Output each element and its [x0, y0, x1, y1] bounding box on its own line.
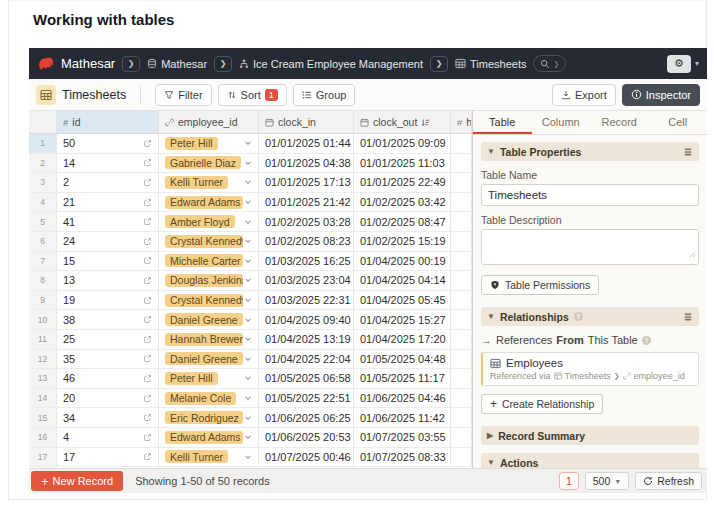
- row-number-cell[interactable]: 12: [29, 350, 57, 369]
- hours-cell[interactable]: [451, 173, 472, 192]
- record-pill[interactable]: Amber Floyd: [165, 215, 235, 228]
- record-pill[interactable]: Peter Hill: [165, 137, 218, 150]
- clock-in-cell[interactable]: 01/03/2025 23:04: [259, 271, 354, 290]
- hours-cell[interactable]: [451, 193, 472, 212]
- clock-in-cell[interactable]: 01/07/2025 00:46: [259, 448, 354, 467]
- clock-in-cell[interactable]: 01/05/2025 06:58: [259, 369, 354, 388]
- row-number-cell[interactable]: 3: [29, 173, 57, 192]
- chevron-down-icon[interactable]: [244, 296, 252, 304]
- id-cell[interactable]: 2: [57, 173, 159, 192]
- open-record-icon[interactable]: [143, 374, 152, 383]
- open-record-icon[interactable]: [143, 158, 152, 167]
- record-pill[interactable]: Douglas Jenkins: [165, 274, 243, 287]
- open-record-icon[interactable]: [143, 354, 152, 363]
- record-pill[interactable]: Michelle Carter: [165, 254, 243, 267]
- hours-cell[interactable]: [451, 389, 472, 408]
- id-cell[interactable]: 41: [57, 212, 159, 231]
- clock-in-cell[interactable]: 01/04/2025 22:04: [259, 350, 354, 369]
- clock-in-cell[interactable]: 01/01/2025 17:13: [259, 173, 354, 192]
- breadcrumb-table[interactable]: Timesheets: [455, 58, 526, 70]
- clock-out-cell[interactable]: 01/02/2025 08:47: [354, 212, 451, 231]
- hours-cell[interactable]: [451, 448, 472, 467]
- employee-cell[interactable]: Edward Adams: [159, 193, 259, 212]
- open-record-icon[interactable]: [143, 217, 152, 226]
- id-cell[interactable]: 46: [57, 369, 159, 388]
- clock-out-cell[interactable]: 01/04/2025 15:27: [354, 310, 451, 329]
- tab-cell[interactable]: Cell: [649, 111, 708, 134]
- tab-table[interactable]: Table: [473, 111, 532, 134]
- page-number[interactable]: 1: [559, 472, 579, 490]
- hours-cell[interactable]: [451, 408, 472, 427]
- row-number-cell[interactable]: 10: [29, 310, 57, 329]
- open-record-icon[interactable]: [143, 315, 152, 324]
- settings-caret-icon[interactable]: ▾: [695, 59, 699, 68]
- column-header-employee-id[interactable]: employee_id: [159, 111, 259, 133]
- record-pill[interactable]: Melanie Cole: [165, 392, 236, 405]
- row-number-cell[interactable]: 14: [29, 389, 57, 408]
- record-pill[interactable]: Eric Rodriguez: [165, 411, 243, 424]
- row-number-cell[interactable]: 5: [29, 212, 57, 231]
- row-number-cell[interactable]: 6: [29, 232, 57, 251]
- row-number-cell[interactable]: 2: [29, 154, 57, 173]
- chevron-down-icon[interactable]: [244, 218, 252, 226]
- sort-button[interactable]: Sort 1: [218, 84, 287, 106]
- breadcrumb-chevron-icon[interactable]: ❯: [122, 56, 140, 72]
- clock-in-cell[interactable]: 01/02/2025 08:23: [259, 232, 354, 251]
- open-record-icon[interactable]: [143, 198, 152, 207]
- hours-cell[interactable]: [451, 232, 472, 251]
- hours-cell[interactable]: [451, 428, 472, 447]
- row-number-cell[interactable]: 15: [29, 408, 57, 427]
- employee-cell[interactable]: Daniel Greene: [159, 310, 259, 329]
- record-pill[interactable]: Crystal Kennedy: [165, 235, 243, 248]
- clock-in-cell[interactable]: 01/04/2025 09:40: [259, 310, 354, 329]
- employee-cell[interactable]: Kelli Turner: [159, 173, 259, 192]
- breadcrumb-database[interactable]: Mathesar: [147, 58, 207, 70]
- export-button[interactable]: Export: [552, 84, 616, 106]
- chevron-down-icon[interactable]: [244, 394, 252, 402]
- section-menu-icon[interactable]: [683, 147, 693, 157]
- record-pill[interactable]: Crystal Kennedy: [165, 294, 243, 307]
- clock-out-cell[interactable]: 01/02/2025 03:42: [354, 193, 451, 212]
- employee-cell[interactable]: Douglas Jenkins: [159, 271, 259, 290]
- record-pill[interactable]: Edward Adams: [165, 431, 243, 444]
- record-pill[interactable]: Peter Hill: [165, 372, 218, 385]
- clock-out-cell[interactable]: 01/06/2025 04:46: [354, 389, 451, 408]
- id-cell[interactable]: 19: [57, 291, 159, 310]
- section-relationships[interactable]: ▼ Relationships ?: [481, 307, 699, 326]
- open-record-icon[interactable]: [143, 413, 152, 422]
- record-pill[interactable]: Kelli Turner: [165, 176, 228, 189]
- chevron-down-icon[interactable]: [244, 453, 252, 461]
- id-cell[interactable]: 50: [57, 134, 159, 153]
- row-number-cell[interactable]: 7: [29, 252, 57, 271]
- open-record-icon[interactable]: [143, 139, 152, 148]
- employee-cell[interactable]: Kelli Turner: [159, 448, 259, 467]
- open-record-icon[interactable]: [143, 452, 152, 461]
- record-pill[interactable]: Kelli Turner: [165, 450, 228, 463]
- row-number-cell[interactable]: 13: [29, 369, 57, 388]
- search-button[interactable]: ❯: [533, 55, 566, 72]
- breadcrumb-schema[interactable]: Ice Cream Employee Management: [239, 58, 423, 70]
- clock-out-cell[interactable]: 01/05/2025 11:17: [354, 369, 451, 388]
- clock-in-cell[interactable]: 01/04/2025 13:19: [259, 330, 354, 349]
- tab-column[interactable]: Column: [532, 111, 591, 134]
- employee-cell[interactable]: Hannah Brewer: [159, 330, 259, 349]
- chevron-down-icon[interactable]: [244, 159, 252, 167]
- mathesar-logo[interactable]: [37, 55, 54, 72]
- breadcrumb-chevron-icon[interactable]: ❯: [214, 56, 232, 72]
- section-table-properties[interactable]: ▼ Table Properties: [481, 142, 699, 161]
- brand-name[interactable]: Mathesar: [61, 56, 115, 71]
- refresh-button[interactable]: Refresh: [635, 472, 702, 490]
- id-cell[interactable]: 34: [57, 408, 159, 427]
- employee-cell[interactable]: Melanie Cole: [159, 389, 259, 408]
- row-number-cell[interactable]: 9: [29, 291, 57, 310]
- employee-cell[interactable]: Crystal Kennedy: [159, 291, 259, 310]
- table-description-input[interactable]: [481, 229, 699, 265]
- id-cell[interactable]: 14: [57, 154, 159, 173]
- open-record-icon[interactable]: [143, 276, 152, 285]
- clock-in-cell[interactable]: 01/03/2025 16:25: [259, 252, 354, 271]
- breadcrumb-chevron-icon[interactable]: ❯: [430, 56, 448, 72]
- hours-cell[interactable]: [451, 252, 472, 271]
- column-header-clock-out[interactable]: clock_out: [354, 111, 451, 133]
- row-number-cell[interactable]: 11: [29, 330, 57, 349]
- clock-in-cell[interactable]: 01/01/2025 04:38: [259, 154, 354, 173]
